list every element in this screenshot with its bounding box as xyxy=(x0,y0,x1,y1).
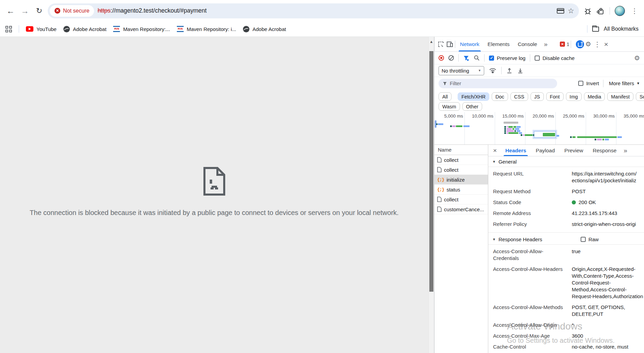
waterfall-bar xyxy=(507,126,508,127)
tab-elements[interactable]: Elements xyxy=(484,37,513,51)
bookmark-star-icon[interactable]: ☆ xyxy=(568,7,574,14)
bookmark-label: Maven Repository:... xyxy=(123,26,170,32)
filter-funnel-icon[interactable] xyxy=(463,55,469,61)
extensions-puzzle-icon[interactable] xyxy=(597,7,605,15)
chip-other[interactable]: Other xyxy=(462,102,482,111)
import-har-icon[interactable] xyxy=(506,67,512,74)
chip-css[interactable]: CSS xyxy=(510,92,528,101)
chip-fetch-xhr[interactable]: Fetch/XHR xyxy=(458,92,489,101)
tab-headers[interactable]: Headers xyxy=(501,145,531,156)
content-area: The connection is blocked because it was… xyxy=(0,37,644,353)
waterfall-bar xyxy=(543,133,555,136)
network-filter-input[interactable] xyxy=(450,80,553,86)
chrome-menu-icon[interactable]: ⋮ xyxy=(630,7,639,15)
header-label: Access-Control-Allow-Headers xyxy=(493,266,572,300)
bookmark-maven-repository-2[interactable]: MVN Maven Repository: i... xyxy=(177,26,236,32)
error-badge[interactable]: ✕ 1 xyxy=(560,42,569,47)
request-row[interactable]: collect xyxy=(434,165,488,175)
chip-socket[interactable]: Socket xyxy=(636,92,644,101)
chip-font[interactable]: Font xyxy=(546,92,564,101)
tab-response[interactable]: Response xyxy=(588,145,621,156)
inspect-element-icon[interactable] xyxy=(437,41,445,48)
export-har-icon[interactable] xyxy=(517,67,523,74)
throttling-select[interactable]: No throttling ▼ xyxy=(439,66,484,75)
url-bar[interactable]: ✕ Not secure https://magento2.test/check… xyxy=(48,3,579,18)
back-icon[interactable]: ← xyxy=(5,5,16,17)
bookmark-maven-repository[interactable]: MVN Maven Repository:... xyxy=(113,26,170,32)
youtube-icon xyxy=(26,26,33,32)
header-label: Request Method xyxy=(493,188,572,195)
forward-icon[interactable]: → xyxy=(19,5,31,17)
response-headers-section-header[interactable]: ▼ Response Headers Raw xyxy=(488,234,644,245)
chip-manifest[interactable]: Manifest xyxy=(607,92,633,101)
request-list: Name collect collect {;} initialize { xyxy=(434,145,488,353)
chip-media[interactable]: Media xyxy=(584,92,605,101)
raw-checkbox[interactable]: Raw xyxy=(581,236,599,242)
close-devtools-icon[interactable]: × xyxy=(603,40,609,48)
request-row[interactable]: collect xyxy=(434,155,488,165)
close-details-icon[interactable]: × xyxy=(491,147,500,154)
checkbox-icon[interactable] xyxy=(535,56,540,61)
header-row: Cache-Control no-cache, no-store, must xyxy=(488,341,644,352)
bookmark-adobe-acrobat[interactable]: Adobe Acrobat xyxy=(63,26,106,32)
chip-js[interactable]: JS xyxy=(531,92,544,101)
tab-preview[interactable]: Preview xyxy=(560,145,587,156)
tab-payload[interactable]: Payload xyxy=(531,145,559,156)
network-conditions-icon[interactable] xyxy=(489,67,496,74)
payment-methods-icon[interactable] xyxy=(557,8,564,14)
url-text[interactable]: https://magento2.test/checkout/#payment xyxy=(97,7,553,14)
apps-grid-icon[interactable] xyxy=(5,26,12,32)
request-row[interactable]: collect xyxy=(434,195,488,204)
timeline-tick: 35,000 ms xyxy=(624,113,644,119)
more-details-tabs-icon[interactable]: » xyxy=(622,147,629,154)
more-filters-button[interactable]: More filters ▼ xyxy=(609,80,640,86)
bookmark-youtube[interactable]: YouTube xyxy=(26,26,57,32)
request-row-selected[interactable]: {;} initialize xyxy=(434,175,488,185)
reload-icon[interactable]: ↻ xyxy=(33,5,45,17)
profile-avatar[interactable] xyxy=(615,6,625,16)
record-network-log-icon[interactable] xyxy=(439,55,444,61)
clear-network-log-icon[interactable] xyxy=(448,55,454,61)
more-tabs-icon[interactable]: » xyxy=(542,41,550,48)
general-section-header[interactable]: ▼ General xyxy=(488,156,644,167)
page-scrollbar[interactable]: ▲ xyxy=(428,37,434,353)
request-list-header[interactable]: Name xyxy=(434,145,488,155)
timeline-tick: 5,000 ms xyxy=(444,113,463,119)
not-secure-badge[interactable]: ✕ Not secure xyxy=(50,5,94,17)
checkbox-icon[interactable] xyxy=(578,81,583,86)
network-settings-gear-icon[interactable]: ⚙ xyxy=(634,54,640,62)
request-row[interactable]: customerCance... xyxy=(434,204,488,214)
checkbox-icon[interactable] xyxy=(581,237,586,242)
all-bookmarks[interactable]: All Bookmarks xyxy=(587,25,639,33)
tab-console[interactable]: Console xyxy=(514,37,540,51)
network-overview[interactable]: 5,000 ms 10,000 ms 15,000 ms 20,000 ms 2… xyxy=(434,112,644,145)
chip-all[interactable]: All xyxy=(439,92,451,101)
globe-icon xyxy=(63,26,70,32)
response-header-rows: Access-Control-Allow-Credentials true Ac… xyxy=(488,245,644,353)
scrollbar-thumb[interactable] xyxy=(429,51,433,292)
tab-network[interactable]: Network xyxy=(457,37,483,51)
request-row[interactable]: {;} status xyxy=(434,185,488,195)
bookmark-label: Adobe Acrobat xyxy=(252,26,286,32)
search-icon[interactable] xyxy=(474,55,480,61)
waterfall-bar xyxy=(533,134,534,136)
invert-checkbox[interactable]: Invert xyxy=(578,80,599,86)
checkbox-icon[interactable] xyxy=(489,56,494,61)
chip-img[interactable]: Img xyxy=(566,92,582,101)
waterfall-bar xyxy=(504,130,506,132)
not-secure-icon: ✕ xyxy=(55,8,60,14)
device-toolbar-icon[interactable] xyxy=(446,41,454,48)
collapse-triangle-icon: ▼ xyxy=(492,237,496,241)
chip-wasm[interactable]: Wasm xyxy=(439,102,460,111)
chip-doc[interactable]: Doc xyxy=(492,92,508,101)
settings-gear-icon[interactable]: ⚙ xyxy=(585,40,591,48)
devtools-menu-icon[interactable]: ⋮ xyxy=(593,40,602,48)
header-label: Remote Address xyxy=(493,210,572,217)
devtools-extension-icon[interactable] xyxy=(576,40,584,48)
preserve-log-checkbox[interactable]: Preserve log xyxy=(489,55,525,61)
scrollbar-up-icon[interactable]: ▲ xyxy=(429,40,434,44)
bookmark-adobe-acrobat-2[interactable]: Adobe Acrobat xyxy=(243,26,286,32)
network-filter-input-wrap[interactable] xyxy=(439,79,557,88)
bug-extension-icon[interactable] xyxy=(584,7,592,15)
disable-cache-checkbox[interactable]: Disable cache xyxy=(535,55,574,61)
